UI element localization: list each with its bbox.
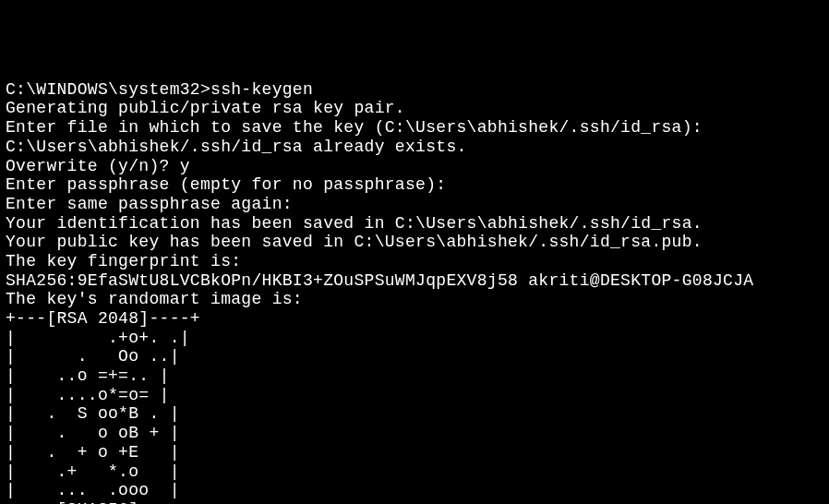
terminal-line: C:\WINDOWS\system32>ssh-keygen [6,80,823,100]
terminal-line: Overwrite (y/n)? y [6,157,823,176]
terminal-line: | ..o =+=.. | [6,366,823,386]
terminal-line: +---[RSA 2048]----+ [6,309,823,329]
terminal-line: | ... .ooo | [6,481,823,500]
terminal-line: Your public key has been saved in C:\Use… [6,233,823,252]
terminal-line: Enter passphrase (empty for no passphras… [6,175,823,195]
terminal-line: +----[SHA256]-----+ [6,500,823,504]
terminal-line: Enter same passphrase again: [6,195,823,214]
terminal-line: SHA256:9EfaSWtU8LVCBkOPn/HKBI3+ZOuSPSuWM… [6,271,823,291]
terminal-output[interactable]: C:\WINDOWS\system32>ssh-keygenGenerating… [6,80,823,504]
terminal-line: Generating public/private rsa key pair. [6,99,823,118]
terminal-line: | ....o*=o= | [6,386,823,405]
terminal-line: | . S oo*B . | [6,404,823,424]
terminal-line: Your identification has been saved in C:… [6,214,823,234]
terminal-line: | .+ *.o | [6,462,823,482]
terminal-line: The key fingerprint is: [6,252,823,271]
terminal-line: | . Oo ..| [6,347,823,366]
terminal-line: C:\Users\abhishek/.ssh/id_rsa already ex… [6,138,823,157]
terminal-line: | . o oB + | [6,424,823,443]
terminal-line: The key's randomart image is: [6,290,823,309]
terminal-line: | . + o +E | [6,443,823,462]
terminal-line: | .+o+. .| [6,329,823,348]
terminal-line: Enter file in which to save the key (C:\… [6,118,823,138]
